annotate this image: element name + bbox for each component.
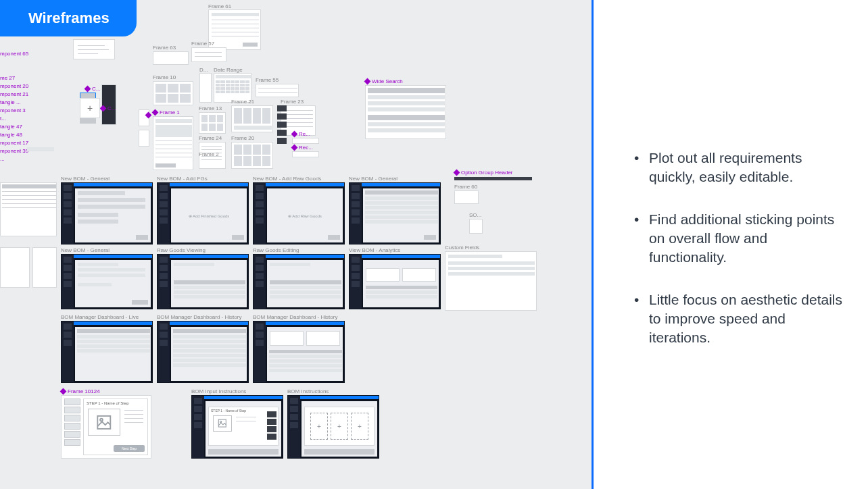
- frame-63: [153, 51, 189, 65]
- plus-icon: +: [331, 413, 348, 440]
- frame-label: BOM Manager Dashboard - Live: [61, 314, 139, 320]
- svg-point-1: [100, 418, 103, 421]
- frame-label: Frame 21: [231, 99, 254, 105]
- dark-chip: C...: [101, 84, 116, 125]
- mini-frame: [139, 130, 149, 147]
- screen-row2-1: [61, 254, 153, 309]
- wide-search: [365, 85, 446, 139]
- frame-13: [199, 112, 226, 134]
- frame-label: Frame 10124: [68, 388, 100, 394]
- pill-stack: [277, 105, 287, 144]
- frame-label: Frame 57: [191, 41, 214, 47]
- screen-mini-left: [0, 182, 57, 236]
- frame-label: Raw Goods Viewing: [157, 247, 206, 253]
- frame-label: Wide Search: [372, 78, 403, 84]
- screen-row3-3: [253, 321, 345, 383]
- frame-61: [208, 9, 261, 50]
- frame-label: Custom Fields: [445, 244, 479, 251]
- wireframe-canvas-panel: Wireframes mponent 65 me 27 mponent 20 m…: [0, 0, 594, 489]
- frame-label: Raw Goods Editing: [253, 247, 299, 253]
- frame-60: [454, 190, 479, 204]
- frame-label: Frame 13: [199, 105, 222, 111]
- screen-bom-input-instr: STEP 1 - Name of Step: [191, 395, 283, 459]
- screen-row2-4: [349, 254, 441, 309]
- frame-label: Frame 10: [153, 74, 176, 80]
- screen-custom-fields: [445, 251, 537, 311]
- frame-label: Frame 20: [231, 135, 254, 141]
- frame-label: Frame 23: [281, 99, 304, 105]
- image-placeholder-icon: [213, 415, 232, 432]
- frame-d: [199, 73, 212, 103]
- frame-label: Option Group Header: [461, 170, 513, 176]
- frame-10124: STEP 1 - Name of Step Next Step: [61, 395, 151, 459]
- small-card: [73, 39, 115, 59]
- frame-label: Frame 63: [153, 45, 176, 51]
- edge-labels-top: mponent 65: [0, 50, 28, 58]
- bullet-list: Plot out all requirements quickly, easil…: [633, 149, 848, 348]
- frame-label: New BOM - General: [61, 247, 110, 253]
- screen-new-bom-add-raw: ⊕ Add Raw Goods: [253, 182, 345, 244]
- frame-21: [231, 105, 273, 132]
- stub: [27, 147, 54, 151]
- screen-row2-3: [253, 254, 345, 309]
- bullet-item: Little focus on aesthetic details to imp…: [633, 290, 848, 348]
- screen-new-bom-general-2: [349, 182, 441, 244]
- svg-point-3: [220, 421, 222, 423]
- screen-mini-left-3: [32, 247, 57, 288]
- frame-label: Frame 55: [256, 77, 279, 83]
- frame-label: Frame 61: [208, 3, 231, 9]
- frame-label: Date Range: [214, 67, 243, 73]
- frame-label: New BOM - Add Raw Goods: [253, 176, 321, 182]
- screen-row2-2: [157, 254, 249, 309]
- re-chip: [292, 138, 319, 144]
- frame-label: BOM Manager Dashboard - History: [157, 314, 241, 320]
- frame-20: [231, 142, 273, 169]
- frame-55: [256, 84, 299, 97]
- frame-label: View BOM - Analytics: [349, 247, 400, 253]
- plus-icon: +: [310, 413, 328, 440]
- frame-label: Frame 2: [199, 151, 219, 157]
- rec-chip: [292, 151, 319, 157]
- edge-labels: me 27 mponent 20 mponent 21 tangle ... m…: [0, 74, 28, 163]
- frame-label: SO...: [469, 212, 481, 218]
- frame-label: BOM Input Instructions: [191, 388, 246, 394]
- screen-row3-1: [61, 321, 153, 383]
- frame-label: BOM Instructions: [287, 388, 329, 394]
- frame-label: Frame 60: [454, 184, 477, 190]
- frame-1: [153, 116, 193, 170]
- screen-mini-left-2: [0, 247, 30, 288]
- frame-label: D...: [199, 67, 208, 73]
- frame-label: New BOM - General: [61, 176, 110, 182]
- plus-icon: +: [351, 413, 368, 440]
- figma-canvas: mponent 65 me 27 mponent 20 mponent 21 t…: [0, 0, 592, 489]
- frame-label: Frame 24: [199, 135, 222, 141]
- image-placeholder-icon: [88, 409, 120, 436]
- next-step-button[interactable]: Next Step: [114, 445, 145, 452]
- option-group-bar: [454, 177, 532, 180]
- section-title-tab: Wireframes: [0, 0, 137, 36]
- frame-57: [191, 47, 226, 62]
- plus-card: +: [80, 98, 100, 118]
- frame-10: [153, 81, 193, 105]
- screen-new-bom-add-fgs: ⊕ Add Finished Goods: [157, 182, 249, 244]
- bullet-item: Find additional sticking points on overa…: [633, 210, 848, 267]
- frame-label: Frame 1: [160, 109, 180, 115]
- text-panel: Plot out all requirements quickly, easil…: [594, 0, 868, 489]
- frame-label: New BOM - General: [349, 176, 397, 182]
- screen-row3-2: [157, 321, 249, 383]
- step-label: STEP 1 - Name of Step: [87, 401, 129, 405]
- frame-label: BOM Manager Dashboard - History: [253, 314, 337, 320]
- frame-label: New BOM - Add FGs: [157, 176, 208, 182]
- screen-bom-instr: + + +: [287, 395, 379, 459]
- screen-new-bom-general: [61, 182, 153, 244]
- bullet-item: Plot out all requirements quickly, easil…: [633, 149, 848, 187]
- frame-so: [469, 219, 483, 234]
